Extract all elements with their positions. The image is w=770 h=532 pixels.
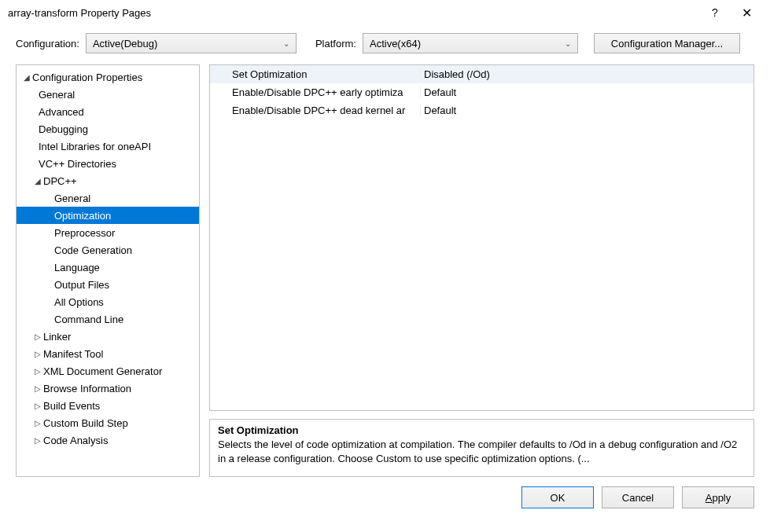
chevron-down-icon: ⌄ (283, 39, 289, 48)
tree-item[interactable]: All Options (17, 293, 199, 310)
tree-item[interactable]: Intel Libraries for oneAPI (17, 138, 199, 155)
property-tree: ◢Configuration PropertiesGeneralAdvanced… (16, 64, 200, 477)
collapsed-icon: ▷ (32, 332, 43, 341)
tree-item-label: Command Line (54, 314, 123, 325)
window-title: array-transform Property Pages (8, 7, 699, 19)
tree-item[interactable]: Language (17, 259, 199, 276)
tree-item-label: Intel Libraries for oneAPI (39, 141, 151, 152)
collapsed-icon: ▷ (32, 436, 43, 445)
cancel-button[interactable]: Cancel (602, 486, 674, 508)
tree-item-label: Optimization (54, 210, 111, 222)
tree-item[interactable]: Optimization (17, 207, 199, 224)
tree-item-label: VC++ Directories (39, 158, 116, 170)
collapsed-icon: ▷ (32, 402, 43, 410)
tree-item[interactable]: Output Files (17, 276, 199, 293)
tree-item-label: Custom Build Step (43, 417, 128, 429)
tree-item[interactable]: Command Line (17, 310, 199, 328)
apply-button[interactable]: Apply (682, 486, 754, 508)
tree-item[interactable]: ▷Linker (17, 328, 199, 345)
tree-item[interactable]: Debugging (17, 120, 199, 138)
tree-item-label: General (39, 89, 75, 101)
tree-item[interactable]: ▷Build Events (17, 397, 199, 414)
tree-item[interactable]: General (17, 86, 199, 103)
description-panel: Set Optimization Selects the level of co… (209, 419, 754, 477)
collapsed-icon: ▷ (32, 419, 43, 427)
tree-item-label: Code Generation (54, 244, 132, 256)
property-value[interactable]: Default (421, 105, 753, 116)
tree-item-label: Code Analysis (43, 435, 108, 446)
ok-button[interactable]: OK (521, 486, 594, 508)
tree-item[interactable]: ▷XML Document Generator (17, 362, 199, 380)
property-label: Set Optimization (210, 68, 421, 80)
tree-item[interactable]: ◢DPC++ (17, 172, 199, 189)
platform-value: Active(x64) (370, 38, 421, 50)
description-text: Selects the level of code optimization a… (218, 438, 746, 465)
tree-item-label: Configuration Properties (32, 72, 142, 83)
tree-item[interactable]: Preprocessor (17, 224, 199, 241)
property-row[interactable]: Enable/Disable DPC++ early optimizaDefau… (210, 83, 753, 101)
tree-item[interactable]: ▷Browse Information (17, 380, 199, 397)
tree-item[interactable]: Code Generation (17, 241, 199, 259)
configuration-value: Active(Debug) (93, 38, 157, 50)
property-label: Enable/Disable DPC++ early optimiza (210, 86, 421, 98)
description-title: Set Optimization (218, 424, 746, 436)
tree-item-label: Language (54, 262, 100, 273)
tree-item-label: Linker (43, 331, 71, 343)
help-icon[interactable]: ? (699, 6, 731, 19)
tree-root[interactable]: ◢Configuration Properties (17, 68, 199, 86)
collapsed-icon: ▷ (32, 350, 43, 358)
expanded-icon: ◢ (21, 73, 32, 82)
titlebar: array-transform Property Pages ? ✕ (0, 0, 770, 25)
tree-item-label: Advanced (39, 106, 84, 118)
footer: OK Cancel Apply (0, 477, 770, 508)
configuration-label: Configuration: (16, 38, 79, 50)
tree-item-label: XML Document Generator (43, 365, 162, 377)
tree-item[interactable]: Advanced (17, 103, 199, 120)
tree-item-label: Browse Information (43, 383, 131, 394)
tree-item-label: Build Events (43, 400, 100, 412)
property-value[interactable]: Default (421, 86, 753, 98)
main-area: ◢Configuration PropertiesGeneralAdvanced… (0, 64, 770, 477)
tree-item[interactable]: VC++ Directories (17, 155, 199, 172)
right-pane: Set OptimizationDisabled (/Od)Enable/Dis… (209, 64, 754, 477)
property-row[interactable]: Set OptimizationDisabled (/Od) (210, 65, 753, 83)
close-icon[interactable]: ✕ (731, 6, 762, 20)
configuration-manager-button[interactable]: Configuration Manager... (594, 33, 740, 53)
expanded-icon: ◢ (32, 177, 43, 185)
configuration-select[interactable]: Active(Debug) ⌄ (86, 33, 297, 53)
tree-item[interactable]: General (17, 189, 199, 207)
tree-item-label: All Options (54, 296, 104, 308)
collapsed-icon: ▷ (32, 384, 43, 393)
property-grid: Set OptimizationDisabled (/Od)Enable/Dis… (209, 64, 754, 411)
platform-select[interactable]: Active(x64) ⌄ (363, 33, 578, 53)
property-row[interactable]: Enable/Disable DPC++ dead kernel arDefau… (210, 101, 753, 119)
chevron-down-icon: ⌄ (565, 39, 571, 48)
tree-item-label: Preprocessor (54, 227, 115, 239)
tree-item-label: Output Files (54, 279, 109, 291)
tree-item[interactable]: ▷Manifest Tool (17, 345, 199, 362)
tree-item-label: General (54, 193, 90, 204)
toolbar: Configuration: Active(Debug) ⌄ Platform:… (0, 25, 770, 64)
tree-item-label: DPC++ (43, 175, 77, 187)
tree-item[interactable]: ▷Code Analysis (17, 431, 199, 449)
tree-item-label: Debugging (39, 123, 88, 135)
property-value[interactable]: Disabled (/Od) (421, 68, 753, 80)
collapsed-icon: ▷ (32, 367, 43, 376)
tree-item-label: Manifest Tool (43, 348, 103, 360)
property-label: Enable/Disable DPC++ dead kernel ar (210, 105, 421, 116)
tree-item[interactable]: ▷Custom Build Step (17, 414, 199, 431)
platform-label: Platform: (315, 38, 356, 50)
